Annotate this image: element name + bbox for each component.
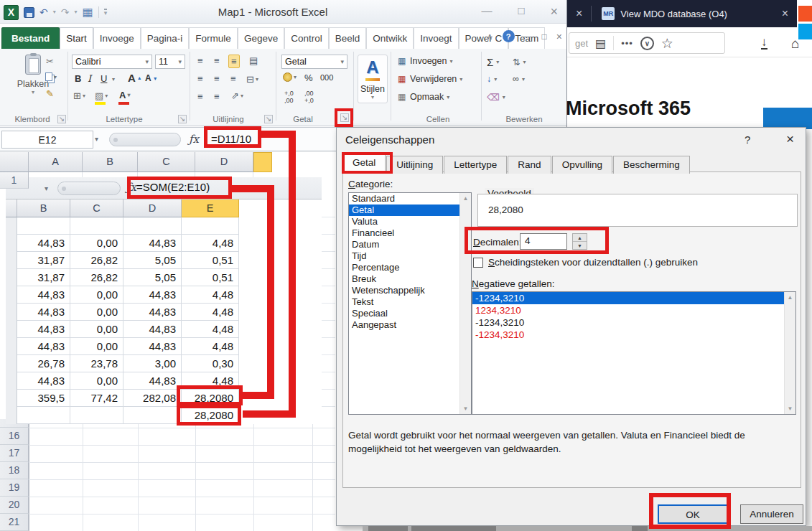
ribbon-tab-invoegt[interactable]: Invoegt	[414, 27, 458, 49]
cell-d7[interactable]: 44,83	[123, 321, 182, 338]
spinner-up-icon[interactable]: ▲	[573, 234, 587, 242]
cell-c5[interactable]: 0,00	[70, 286, 123, 304]
cell-b8[interactable]: 44,83	[17, 338, 70, 355]
help-icon[interactable]: ?	[503, 30, 515, 42]
inner-column-header-b[interactable]: B	[17, 199, 70, 217]
downloads-icon[interactable]: ↓	[761, 36, 767, 50]
spinner-down-icon[interactable]: ▼	[573, 242, 587, 250]
address-bar[interactable]: get ▤ ••• ∨ ☆	[569, 32, 725, 54]
font-name-select[interactable]: Calibri▾	[72, 55, 152, 69]
borders-button[interactable]: ⊞▾	[73, 90, 85, 101]
undo-dropdown-icon[interactable]: ▾	[53, 9, 56, 15]
scroll-down-icon[interactable]: ▼	[785, 403, 795, 414]
category-item-wetenschappelijk[interactable]: Wetenschappelijk	[349, 285, 471, 296]
scroll-down-icon[interactable]: ▼	[460, 403, 471, 414]
excel-logo-icon[interactable]: X	[4, 5, 19, 20]
sort-filter-button[interactable]: ⇅▾	[513, 57, 526, 67]
column-header-c[interactable]: C	[138, 152, 195, 172]
styles-button[interactable]: A Stijlen ▾	[358, 55, 388, 103]
negative-option-1[interactable]: -1234,3210	[472, 292, 795, 304]
cell-d1[interactable]	[123, 217, 182, 235]
shrink-font-button[interactable]: A▼	[145, 73, 158, 83]
maximize-icon[interactable]: □	[518, 4, 524, 19]
cell-d4[interactable]: 5,05	[123, 269, 182, 286]
clipboard-dialog-launcher[interactable]: ↘	[57, 115, 66, 123]
cell-c12[interactable]	[70, 407, 123, 424]
dialog-tab-uitlijning[interactable]: Uitlijning	[386, 156, 443, 174]
dialog-tab-getal[interactable]: Getal	[342, 154, 386, 174]
cell-e5[interactable]: 4,48	[182, 286, 239, 304]
name-box-dropdown-icon[interactable]: ▾	[95, 135, 98, 143]
negatives-scrollbar[interactable]: ▲▼	[784, 292, 795, 414]
cell-b2[interactable]: 44,83	[17, 235, 70, 252]
number-dialog-launcher[interactable]: ↘	[340, 113, 349, 122]
workbook-restore-icon[interactable]: □	[542, 32, 547, 42]
negative-option-2[interactable]: 1234,3210	[472, 304, 795, 316]
cell-b3[interactable]: 31,87	[17, 252, 70, 269]
row-header-21[interactable]: 21	[0, 514, 29, 531]
align-middle-button[interactable]: ≡	[212, 55, 222, 67]
cancel-button[interactable]: Annuleren	[740, 504, 803, 524]
cell-e2[interactable]: 4,48	[182, 235, 239, 252]
fill-color-button[interactable]: ▨▾	[95, 90, 108, 101]
decrease-decimal-button[interactable]: ,00+,0	[304, 90, 314, 105]
cut-icon[interactable]: ✂	[46, 56, 54, 67]
ribbon-tab-gegeve[interactable]: Gegeve	[238, 27, 284, 49]
workbook-minimize-icon[interactable]: —	[524, 32, 533, 42]
category-item-speciaal[interactable]: Speciaal	[349, 308, 471, 319]
negative-numbers-listbox[interactable]: -1234,32101234,3210-1234,3210-1234,3210▲…	[472, 291, 796, 415]
tab-close-icon[interactable]: ×	[773, 7, 797, 20]
bold-button[interactable]: B	[75, 73, 81, 84]
cell-e4[interactable]: 0,51	[182, 269, 239, 286]
dialog-help-icon[interactable]: ?	[745, 133, 750, 146]
align-top-button[interactable]: ≡	[195, 55, 205, 67]
row-header-20[interactable]: 20	[0, 497, 29, 514]
cell-e8[interactable]: 4,48	[182, 338, 239, 355]
category-item-tijd[interactable]: Tijd	[349, 250, 471, 262]
accounting-format-button[interactable]: ▾	[283, 72, 297, 82]
inner-column-header-c[interactable]: C	[70, 199, 123, 217]
undo-icon[interactable]: ↶	[39, 7, 48, 17]
category-item-financieel[interactable]: Financieel	[349, 227, 471, 239]
cell-e6[interactable]: 4,48	[182, 304, 239, 321]
cell-d3[interactable]: 5,05	[123, 252, 182, 269]
wrap-text-icon[interactable]: ▤	[247, 55, 260, 67]
font-color-button[interactable]: A▾	[119, 90, 130, 100]
page-actions-icon[interactable]: •••	[621, 38, 633, 49]
cell-e7[interactable]: 4,48	[182, 321, 239, 338]
underline-button[interactable]: U	[101, 73, 107, 84]
cell-d11[interactable]: 282,08	[123, 390, 182, 407]
row-header-18[interactable]: 18	[0, 462, 29, 479]
ribbon-tab-bestand[interactable]: Bestand	[1, 27, 60, 49]
align-bottom-button[interactable]: ≡	[228, 55, 240, 68]
cell-e10[interactable]: 4,48	[182, 372, 239, 390]
number-format-select[interactable]: Getal▾	[281, 55, 347, 69]
decimals-input[interactable]: 4	[520, 233, 567, 250]
align-left-button[interactable]: ≡	[195, 72, 205, 85]
percent-style-button[interactable]: %	[304, 72, 313, 83]
customize-qat-icon[interactable]: ▾	[104, 9, 108, 17]
decrease-indent-button[interactable]: ≡	[195, 90, 205, 103]
browser-tab-title[interactable]: View MDO database (O4)	[620, 9, 773, 19]
column-header-b[interactable]: B	[83, 152, 138, 172]
align-right-button[interactable]: ≡	[228, 72, 238, 85]
category-item-aangepast[interactable]: Aangepast	[349, 319, 471, 331]
cell-d2[interactable]: 44,83	[123, 235, 182, 252]
format-cells-button[interactable]: ▦ Opmaak▾	[398, 92, 449, 102]
cell-c8[interactable]: 0,00	[70, 338, 123, 355]
table-icon[interactable]: ▦	[83, 6, 93, 18]
cell-e1[interactable]	[182, 217, 239, 235]
row-header-17[interactable]: 17	[0, 445, 29, 462]
font-dialog-launcher[interactable]: ↘	[178, 115, 187, 123]
cell-c9[interactable]: 23,78	[70, 355, 123, 372]
cell-c10[interactable]: 0,00	[70, 372, 123, 390]
ribbon-tab-invoege[interactable]: Invoege	[93, 27, 141, 49]
font-size-select[interactable]: 11▾	[155, 55, 185, 69]
cell-e9[interactable]: 0,30	[182, 355, 239, 372]
dialog-tab-bescherming[interactable]: Bescherming	[613, 156, 690, 174]
close-icon[interactable]: ×	[550, 4, 558, 19]
workbook-close-icon[interactable]: ×	[556, 31, 562, 42]
category-scrollbar[interactable]: ▲▼	[459, 193, 471, 414]
orientation-button[interactable]: ⇗▾	[231, 90, 243, 101]
category-item-datum[interactable]: Datum	[349, 239, 471, 250]
